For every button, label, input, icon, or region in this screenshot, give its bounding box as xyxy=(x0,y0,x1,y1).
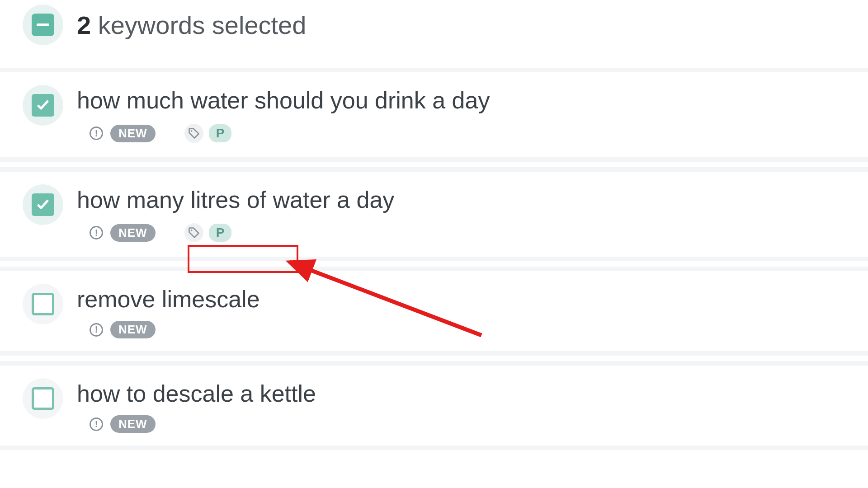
keyword-content: how to descale a kettle!NEW xyxy=(77,378,316,433)
keyword-text[interactable]: how many litres of water a day xyxy=(77,186,394,213)
keyword-text[interactable]: remove limescale xyxy=(77,286,260,313)
new-badge: NEW xyxy=(110,224,156,242)
alert-icon[interactable]: ! xyxy=(90,418,103,431)
keyword-badges: !NEWP xyxy=(77,122,490,145)
alert-icon[interactable]: ! xyxy=(90,226,103,239)
keyword-checkbox[interactable] xyxy=(23,284,63,324)
selection-header: 2 keywords selected xyxy=(0,0,868,68)
tag-icon xyxy=(184,124,203,143)
keyword-row: remove limescale!NEW xyxy=(0,267,868,356)
keyword-checkbox[interactable] xyxy=(23,378,63,419)
checkbox-checked-icon xyxy=(32,193,54,216)
svg-point-0 xyxy=(191,130,193,132)
p-badge: P xyxy=(209,124,232,142)
indeterminate-checkbox-icon xyxy=(32,14,54,36)
select-all-checkbox-wrap[interactable] xyxy=(23,5,63,45)
keyword-checkbox[interactable] xyxy=(23,184,63,225)
tag-icon xyxy=(184,223,203,242)
new-badge: NEW xyxy=(110,125,156,142)
keyword-row: how many litres of water a day!NEWP xyxy=(0,167,868,261)
p-badge: P xyxy=(209,224,232,242)
keyword-badges: !NEWP xyxy=(77,221,394,244)
keyword-content: remove limescale!NEW xyxy=(77,284,260,338)
checkbox-checked-icon xyxy=(32,94,54,117)
checkbox-unchecked-icon xyxy=(32,387,54,410)
keyword-text[interactable]: how to descale a kettle xyxy=(77,380,316,407)
keyword-badges: !NEW xyxy=(77,321,260,338)
alert-icon[interactable]: ! xyxy=(90,127,103,140)
new-badge: NEW xyxy=(110,321,156,338)
selection-summary: 2 keywords selected xyxy=(77,10,306,40)
keyword-checkbox[interactable] xyxy=(23,85,63,126)
keyword-content: how many litres of water a day!NEWP xyxy=(77,184,394,244)
keyword-content: how much water should you drink a day!NE… xyxy=(77,85,490,145)
selection-count: 2 xyxy=(77,11,91,39)
keyword-text[interactable]: how much water should you drink a day xyxy=(77,87,490,114)
keyword-row: how to descale a kettle!NEW xyxy=(0,361,868,450)
tag-group[interactable]: P xyxy=(181,221,236,244)
keyword-badges: !NEW xyxy=(77,415,316,433)
selection-label: keywords selected xyxy=(91,11,306,39)
keyword-row: how much water should you drink a day!NE… xyxy=(0,68,868,162)
checkbox-unchecked-icon xyxy=(32,293,54,315)
new-badge: NEW xyxy=(110,415,156,433)
tag-group[interactable]: P xyxy=(181,122,236,145)
svg-point-1 xyxy=(191,230,193,231)
alert-icon[interactable]: ! xyxy=(90,323,103,337)
